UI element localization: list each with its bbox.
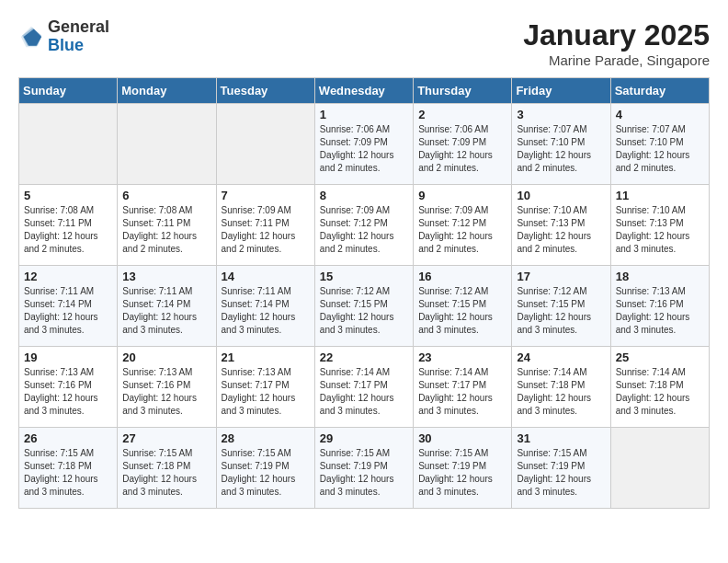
day-number: 29 (320, 431, 408, 445)
calendar-cell: 2Sunrise: 7:06 AM Sunset: 7:09 PM Daylig… (414, 104, 512, 185)
day-info: Sunrise: 7:06 AM Sunset: 7:09 PM Dayligh… (418, 123, 506, 175)
day-number: 1 (320, 108, 408, 121)
logo: General Blue (18, 18, 109, 55)
day-info: Sunrise: 7:09 AM Sunset: 7:11 PM Dayligh… (222, 204, 310, 256)
calendar-cell: 30Sunrise: 7:15 AM Sunset: 7:19 PM Dayli… (414, 428, 512, 509)
calendar-cell: 25Sunrise: 7:14 AM Sunset: 7:18 PM Dayli… (610, 347, 709, 428)
day-number: 18 (616, 270, 704, 283)
day-number: 21 (222, 350, 310, 364)
day-info: Sunrise: 7:12 AM Sunset: 7:15 PM Dayligh… (320, 285, 408, 337)
day-info: Sunrise: 7:15 AM Sunset: 7:19 PM Dayligh… (222, 447, 310, 499)
calendar-cell: 21Sunrise: 7:13 AM Sunset: 7:17 PM Dayli… (216, 347, 314, 428)
col-header-monday: Monday (118, 78, 216, 104)
calendar-cell: 22Sunrise: 7:14 AM Sunset: 7:17 PM Dayli… (314, 347, 413, 428)
calendar-cell: 11Sunrise: 7:10 AM Sunset: 7:13 PM Dayli… (610, 185, 709, 266)
day-number: 30 (418, 431, 506, 445)
logo-text: General Blue (48, 18, 109, 55)
calendar-week-row: 5Sunrise: 7:08 AM Sunset: 7:11 PM Daylig… (19, 185, 710, 266)
day-info: Sunrise: 7:13 AM Sunset: 7:16 PM Dayligh… (122, 366, 210, 418)
calendar-cell: 31Sunrise: 7:15 AM Sunset: 7:19 PM Dayli… (512, 428, 610, 509)
day-number: 23 (418, 350, 506, 364)
day-info: Sunrise: 7:10 AM Sunset: 7:13 PM Dayligh… (616, 204, 704, 256)
calendar-cell: 23Sunrise: 7:14 AM Sunset: 7:17 PM Dayli… (414, 347, 512, 428)
logo-icon (18, 24, 44, 50)
calendar-week-row: 26Sunrise: 7:15 AM Sunset: 7:18 PM Dayli… (19, 428, 710, 509)
day-number: 14 (222, 270, 310, 283)
calendar-cell: 14Sunrise: 7:11 AM Sunset: 7:14 PM Dayli… (216, 266, 314, 347)
calendar-cell: 3Sunrise: 7:07 AM Sunset: 7:10 PM Daylig… (512, 104, 610, 185)
calendar-cell: 18Sunrise: 7:13 AM Sunset: 7:16 PM Dayli… (610, 266, 709, 347)
calendar-cell: 13Sunrise: 7:11 AM Sunset: 7:14 PM Dayli… (118, 266, 216, 347)
day-info: Sunrise: 7:08 AM Sunset: 7:11 PM Dayligh… (24, 204, 112, 256)
day-info: Sunrise: 7:15 AM Sunset: 7:18 PM Dayligh… (122, 447, 210, 499)
day-number: 26 (24, 431, 112, 445)
calendar-cell: 17Sunrise: 7:12 AM Sunset: 7:15 PM Dayli… (512, 266, 610, 347)
calendar-cell: 29Sunrise: 7:15 AM Sunset: 7:19 PM Dayli… (314, 428, 413, 509)
col-header-tuesday: Tuesday (216, 78, 314, 104)
calendar-cell: 1Sunrise: 7:06 AM Sunset: 7:09 PM Daylig… (314, 104, 413, 185)
calendar-cell (216, 104, 314, 185)
day-number: 28 (222, 431, 310, 445)
day-number: 8 (320, 189, 408, 202)
calendar-cell: 9Sunrise: 7:09 AM Sunset: 7:12 PM Daylig… (414, 185, 512, 266)
day-number: 15 (320, 270, 408, 283)
day-info: Sunrise: 7:14 AM Sunset: 7:18 PM Dayligh… (517, 366, 605, 418)
calendar-subtitle: Marine Parade, Singapore (523, 52, 710, 68)
day-info: Sunrise: 7:15 AM Sunset: 7:18 PM Dayligh… (24, 447, 112, 499)
day-number: 22 (320, 350, 408, 364)
day-number: 19 (24, 350, 112, 364)
calendar-cell (19, 104, 118, 185)
day-number: 10 (517, 189, 605, 202)
day-number: 31 (517, 431, 605, 445)
col-header-wednesday: Wednesday (314, 78, 413, 104)
day-number: 12 (24, 270, 112, 283)
day-number: 5 (24, 189, 112, 202)
day-info: Sunrise: 7:13 AM Sunset: 7:16 PM Dayligh… (24, 366, 112, 418)
calendar-week-row: 12Sunrise: 7:11 AM Sunset: 7:14 PM Dayli… (19, 266, 710, 347)
calendar-cell: 16Sunrise: 7:12 AM Sunset: 7:15 PM Dayli… (414, 266, 512, 347)
day-number: 20 (122, 350, 210, 364)
day-number: 3 (517, 108, 605, 121)
calendar-cell: 24Sunrise: 7:14 AM Sunset: 7:18 PM Dayli… (512, 347, 610, 428)
logo-blue-text: Blue (48, 37, 109, 55)
day-info: Sunrise: 7:12 AM Sunset: 7:15 PM Dayligh… (418, 285, 506, 337)
calendar-cell: 4Sunrise: 7:07 AM Sunset: 7:10 PM Daylig… (610, 104, 709, 185)
day-info: Sunrise: 7:08 AM Sunset: 7:11 PM Dayligh… (122, 204, 210, 256)
day-info: Sunrise: 7:07 AM Sunset: 7:10 PM Dayligh… (616, 123, 704, 175)
day-info: Sunrise: 7:13 AM Sunset: 7:16 PM Dayligh… (616, 285, 704, 337)
day-info: Sunrise: 7:12 AM Sunset: 7:15 PM Dayligh… (517, 285, 605, 337)
col-header-friday: Friday (512, 78, 610, 104)
day-info: Sunrise: 7:14 AM Sunset: 7:18 PM Dayligh… (616, 366, 704, 418)
calendar-cell: 10Sunrise: 7:10 AM Sunset: 7:13 PM Dayli… (512, 185, 610, 266)
day-info: Sunrise: 7:11 AM Sunset: 7:14 PM Dayligh… (24, 285, 112, 337)
day-number: 17 (517, 270, 605, 283)
col-header-sunday: Sunday (19, 78, 118, 104)
calendar-cell: 7Sunrise: 7:09 AM Sunset: 7:11 PM Daylig… (216, 185, 314, 266)
day-number: 4 (616, 108, 704, 121)
day-info: Sunrise: 7:13 AM Sunset: 7:17 PM Dayligh… (222, 366, 310, 418)
calendar-cell (118, 104, 216, 185)
day-number: 24 (517, 350, 605, 364)
page-header: General Blue January 2025 Marine Parade,… (18, 18, 710, 68)
day-info: Sunrise: 7:14 AM Sunset: 7:17 PM Dayligh… (320, 366, 408, 418)
calendar-week-row: 1Sunrise: 7:06 AM Sunset: 7:09 PM Daylig… (19, 104, 710, 185)
calendar-cell: 28Sunrise: 7:15 AM Sunset: 7:19 PM Dayli… (216, 428, 314, 509)
day-number: 11 (616, 189, 704, 202)
day-info: Sunrise: 7:11 AM Sunset: 7:14 PM Dayligh… (222, 285, 310, 337)
day-info: Sunrise: 7:06 AM Sunset: 7:09 PM Dayligh… (320, 123, 408, 175)
day-number: 13 (122, 270, 210, 283)
day-info: Sunrise: 7:09 AM Sunset: 7:12 PM Dayligh… (418, 204, 506, 256)
calendar-cell (610, 428, 709, 509)
calendar-cell: 26Sunrise: 7:15 AM Sunset: 7:18 PM Dayli… (19, 428, 118, 509)
col-header-thursday: Thursday (414, 78, 512, 104)
day-info: Sunrise: 7:11 AM Sunset: 7:14 PM Dayligh… (122, 285, 210, 337)
day-info: Sunrise: 7:15 AM Sunset: 7:19 PM Dayligh… (418, 447, 506, 499)
day-number: 6 (122, 189, 210, 202)
day-number: 2 (418, 108, 506, 121)
day-info: Sunrise: 7:09 AM Sunset: 7:12 PM Dayligh… (320, 204, 408, 256)
calendar-cell: 5Sunrise: 7:08 AM Sunset: 7:11 PM Daylig… (19, 185, 118, 266)
day-number: 16 (418, 270, 506, 283)
header-row: SundayMondayTuesdayWednesdayThursdayFrid… (19, 78, 710, 104)
calendar-cell: 12Sunrise: 7:11 AM Sunset: 7:14 PM Dayli… (19, 266, 118, 347)
day-info: Sunrise: 7:15 AM Sunset: 7:19 PM Dayligh… (320, 447, 408, 499)
